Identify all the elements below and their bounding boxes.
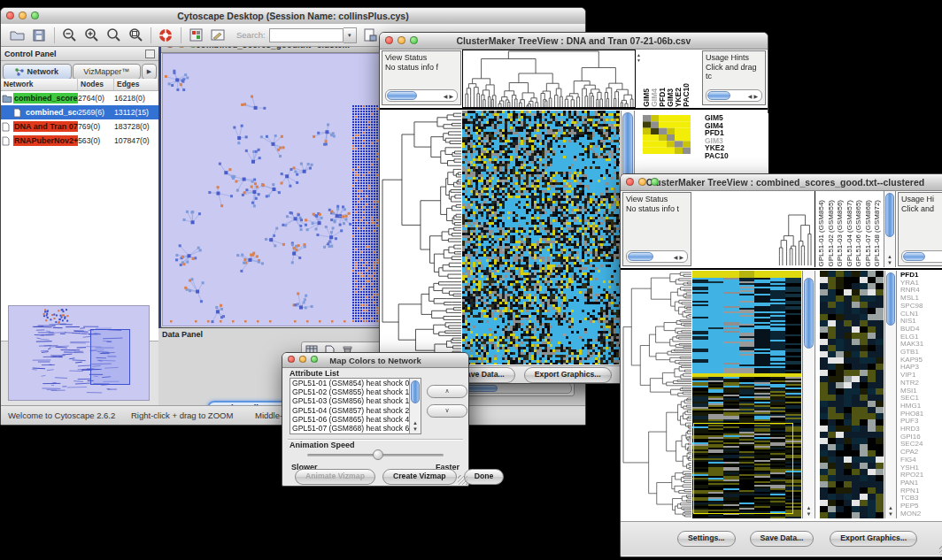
minimize-button[interactable]: [299, 356, 306, 363]
open-file-icon[interactable]: [8, 27, 26, 44]
zoom-button[interactable]: [311, 356, 318, 363]
zoom-fit-icon[interactable]: [104, 27, 122, 44]
mini-hscrollbar[interactable]: ◀▶: [626, 250, 688, 263]
scroll-up-icon[interactable]: ▲: [807, 505, 812, 510]
create-vizmap-button[interactable]: Create Vizmap: [382, 469, 457, 485]
column-label[interactable]: GPL51-02 (GSM855): [827, 200, 837, 267]
scroll-up-icon[interactable]: ▲: [888, 505, 893, 510]
row-label[interactable]: MON2: [900, 510, 942, 518]
minimize-button[interactable]: [19, 12, 27, 19]
zoom-heatmap-canvas[interactable]: [820, 271, 884, 518]
slider-thumb[interactable]: [373, 449, 383, 460]
attribute-list[interactable]: GPL51-01 (GSM854) heat shock 05 minGPL51…: [290, 378, 421, 434]
mini-hscrollbar[interactable]: ◀▶: [385, 89, 458, 102]
scrollbar-thumb[interactable]: [628, 252, 653, 261]
column-label[interactable]: GPL51-06 (GSM865): [854, 200, 864, 267]
attribute-list-item[interactable]: GPL51-01 (GSM854) heat shock 05 min: [290, 379, 421, 387]
move-up-button[interactable]: ∧: [427, 385, 467, 398]
column-dendrogram-canvas[interactable]: [462, 50, 636, 108]
tab-overflow-arrow[interactable]: ▶: [142, 64, 157, 80]
scrollbar-thumb[interactable]: [885, 193, 894, 237]
action-button[interactable]: Export Graphics...: [524, 367, 612, 383]
plugin-manager-icon[interactable]: [187, 27, 205, 44]
scrollbar-thumb[interactable]: [804, 278, 814, 349]
tab-vizmapper[interactable]: VizMapper™: [73, 64, 142, 80]
column-header[interactable]: Network: [1, 79, 78, 90]
zoom-selected-icon[interactable]: [127, 27, 144, 44]
row-dendrogram-canvas[interactable]: [622, 271, 691, 518]
network-tree-row[interactable]: DNA and Tran 07769(0)183728(0): [1, 119, 158, 134]
scroll-right-icon[interactable]: ▶: [753, 94, 760, 99]
close-button[interactable]: [626, 178, 634, 186]
done-button[interactable]: Done: [464, 469, 505, 485]
attribute-list-item[interactable]: GPL51-02 (GSM855) heat shock 10 min: [290, 387, 421, 396]
network-table-header[interactable]: NetworkNodesEdges: [1, 79, 158, 91]
zoom-button[interactable]: [31, 12, 39, 19]
action-button[interactable]: Export Graphics...: [830, 531, 917, 547]
action-button[interactable]: Save Data...: [750, 531, 815, 547]
row-dendrogram-canvas[interactable]: [382, 111, 461, 364]
zoom-out-icon[interactable]: [60, 27, 78, 44]
heatmap-canvas[interactable]: [462, 111, 620, 364]
treeview2-titlebar[interactable]: ClusterMaker TreeView : combined_scores_…: [621, 174, 942, 191]
column-header[interactable]: Edges: [114, 79, 158, 90]
scrollbar-thumb[interactable]: [903, 252, 925, 261]
tab-network[interactable]: Network: [3, 64, 72, 80]
heatmap-canvas[interactable]: [692, 271, 801, 518]
zoom-vscrollbar[interactable]: ▲▼: [884, 271, 897, 518]
attribute-list-item[interactable]: GPL51-04 (GSM857) heat shock 20 min: [290, 406, 421, 415]
annotation-icon[interactable]: [209, 27, 227, 44]
search-dropdown-arrow[interactable]: ▼: [344, 27, 357, 43]
close-button[interactable]: [288, 356, 295, 363]
dialog-titlebar[interactable]: Map Colors to Network: [282, 353, 468, 368]
scroll-down-icon[interactable]: ▼: [888, 511, 893, 517]
close-button[interactable]: [166, 47, 174, 48]
move-down-button[interactable]: ∨: [427, 404, 467, 418]
float-panel-icon[interactable]: [145, 50, 155, 58]
network-tree-row[interactable]: RNAPuberNov2+563(0)107847(0): [1, 134, 158, 148]
scrollbar-thumb[interactable]: [886, 272, 895, 326]
column-label[interactable]: GPL51-01 (GSM854): [817, 200, 827, 267]
column-label[interactable]: GPL51-08 (GSM872): [873, 200, 883, 267]
export-network-icon[interactable]: [362, 27, 380, 44]
zoom-button[interactable]: [410, 36, 418, 44]
column-dendrogram-canvas[interactable]: [692, 191, 815, 267]
attribute-list-vscrollbar[interactable]: ▲▼: [409, 379, 421, 433]
birdseye-view-canvas[interactable]: [8, 305, 150, 401]
minimize-button[interactable]: [178, 47, 185, 48]
column-label[interactable]: GPL51-04 (GSM857): [845, 200, 855, 267]
treeview1-titlebar[interactable]: ClusterMaker TreeView : DNA and Tran 07-…: [380, 33, 768, 50]
scroll-right-icon[interactable]: ▶: [679, 255, 685, 260]
heatmap-vscrollbar[interactable]: ▲▼: [802, 271, 815, 518]
attribute-list-item[interactable]: GPL51-03 (GSM856) heat shock 15 min: [290, 396, 421, 405]
zoom-button[interactable]: [651, 178, 659, 186]
network-view-titlebar[interactable]: combined_scores_good.txt--cluste...: [161, 47, 384, 53]
resize-grip[interactable]: [458, 475, 467, 485]
global-matrix-canvas[interactable]: [643, 115, 691, 154]
scroll-down-icon[interactable]: ▼: [807, 511, 812, 517]
column-label[interactable]: GPL51-07 (GSM868): [864, 200, 874, 267]
zoom-in-icon[interactable]: [82, 27, 100, 44]
scroll-up-icon[interactable]: ▲: [413, 420, 418, 426]
scrollbar-thumb[interactable]: [707, 91, 730, 100]
mini-hscrollbar[interactable]: ◀▶: [706, 89, 762, 102]
help-lifering-icon[interactable]: [157, 27, 174, 44]
scroll-down-icon[interactable]: ▼: [887, 260, 892, 265]
mini-hscrollbar[interactable]: [901, 250, 942, 263]
scrollbar-thumb[interactable]: [411, 380, 420, 403]
zoom-button[interactable]: [189, 47, 197, 48]
animation-speed-slider[interactable]: [307, 454, 444, 456]
column-labels-vscrollbar[interactable]: ▲▼: [884, 191, 896, 267]
label-scroll-arrows[interactable]: ▲▼: [637, 52, 641, 63]
search-input[interactable]: [269, 28, 344, 42]
action-button[interactable]: Settings...: [677, 531, 736, 547]
close-button[interactable]: [6, 12, 14, 19]
column-label[interactable]: GPL51-03 (GSM856): [836, 200, 845, 267]
scroll-right-icon[interactable]: ▶: [449, 94, 455, 99]
column-label[interactable]: PAC10: [683, 83, 691, 107]
main-titlebar[interactable]: Cytoscape Desktop (Session Name: collins…: [1, 8, 585, 25]
save-icon[interactable]: [30, 27, 48, 44]
close-button[interactable]: [385, 36, 393, 44]
scrollbar-thumb[interactable]: [387, 91, 417, 100]
network-canvas[interactable]: [163, 54, 384, 326]
